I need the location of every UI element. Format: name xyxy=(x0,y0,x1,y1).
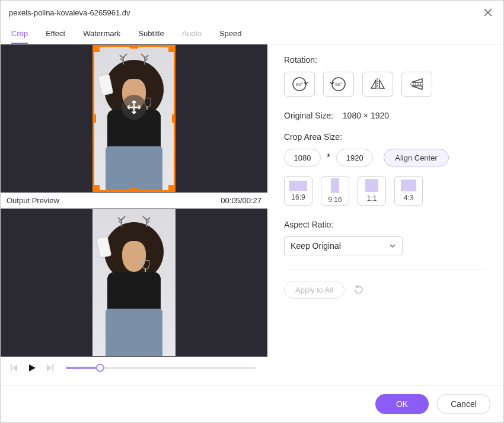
crop-handle-bl[interactable] xyxy=(92,185,100,192)
crop-handle-tr[interactable] xyxy=(168,45,176,52)
time-display: 00:05/00:27 xyxy=(221,196,261,205)
aspect-ratio-value: Keep Original xyxy=(291,241,341,251)
rotate-ccw-button[interactable]: 90° xyxy=(323,72,354,97)
ratio-9-16-button[interactable]: 9:16 xyxy=(321,176,349,206)
crop-height-input[interactable] xyxy=(336,149,373,166)
crop-handle-r[interactable] xyxy=(172,114,176,123)
ratio-9-16-label: 9:16 xyxy=(328,196,342,204)
reset-icon xyxy=(353,284,364,295)
rotation-label: Rotation: xyxy=(284,55,487,65)
flip-vertical-icon xyxy=(407,76,427,92)
rotate-ccw-icon: 90° xyxy=(328,76,349,92)
reset-button[interactable] xyxy=(353,284,365,296)
titlebar: pexels-polina-kovaleva-6265961.dv xyxy=(1,1,503,24)
crop-box[interactable] xyxy=(92,45,176,192)
ratio-4-3-icon xyxy=(401,180,416,191)
move-handle-icon[interactable] xyxy=(122,95,146,120)
ratio-16-9-button[interactable]: 16:9 xyxy=(284,176,312,206)
next-frame-button[interactable] xyxy=(43,361,56,374)
editor-window: pexels-polina-kovaleva-6265961.dv Crop E… xyxy=(0,0,504,423)
crop-handle-b[interactable] xyxy=(130,188,138,192)
flip-horizontal-button[interactable] xyxy=(362,72,393,97)
ratio-row: 16:9 9:16 1:1 4:3 xyxy=(284,176,487,206)
rotation-row: 90° 90° xyxy=(284,72,487,97)
ratio-16-9-label: 16:9 xyxy=(291,193,305,201)
ok-button[interactable]: OK xyxy=(375,394,429,414)
tab-crop[interactable]: Crop xyxy=(11,24,28,44)
prev-frame-button[interactable] xyxy=(8,361,21,374)
playback-bar xyxy=(1,357,267,379)
tab-speed[interactable]: Speed xyxy=(219,24,242,44)
video-still-output xyxy=(92,209,176,356)
play-button[interactable] xyxy=(25,361,39,374)
tab-audio: Audio xyxy=(182,24,202,44)
ratio-1-1-button[interactable]: 1:1 xyxy=(358,176,386,206)
ratio-4-3-label: 4:3 xyxy=(404,194,414,202)
aspect-ratio-label: Aspect Ratio: xyxy=(284,220,487,229)
flip-vertical-button[interactable] xyxy=(401,72,432,97)
info-bar: Output Preview 00:05/00:27 xyxy=(1,193,267,209)
right-panel: Rotation: 90° 90° Original Size: 1080 × … xyxy=(267,44,503,385)
crop-handle-br[interactable] xyxy=(168,185,176,192)
tab-subtitle[interactable]: Subtitle xyxy=(138,24,164,44)
crop-width-input[interactable] xyxy=(284,149,321,166)
ratio-16-9-icon xyxy=(289,181,307,191)
tab-effect[interactable]: Effect xyxy=(46,24,65,44)
tabs: Crop Effect Watermark Subtitle Audio Spe… xyxy=(1,24,503,44)
play-icon xyxy=(27,363,37,373)
close-icon xyxy=(484,8,492,17)
apply-row: Apply to All xyxy=(284,281,487,299)
original-size-value: 1080 × 1920 xyxy=(343,111,389,120)
prev-frame-icon xyxy=(9,363,19,373)
output-preview xyxy=(1,209,267,357)
ratio-4-3-button[interactable]: 4:3 xyxy=(394,176,423,206)
ratio-1-1-label: 1:1 xyxy=(367,194,377,203)
align-center-button[interactable]: Align Center xyxy=(384,149,449,166)
tab-watermark[interactable]: Watermark xyxy=(83,24,120,44)
original-size-label: Original Size: xyxy=(284,111,333,120)
close-button[interactable] xyxy=(481,5,495,20)
ratio-1-1-icon xyxy=(365,179,378,192)
crop-preview[interactable] xyxy=(1,44,267,193)
crop-area-label: Crop Area Size: xyxy=(284,132,487,142)
apply-to-all-button[interactable]: Apply to All xyxy=(284,281,344,299)
crop-handle-l[interactable] xyxy=(92,114,96,123)
output-preview-label: Output Preview xyxy=(7,196,59,205)
aspect-ratio-select[interactable]: Keep Original xyxy=(284,236,403,255)
rotate-cw-button[interactable]: 90° xyxy=(284,72,315,97)
crop-mult: * xyxy=(327,152,330,163)
window-title: pexels-polina-kovaleva-6265961.dv xyxy=(9,8,130,17)
svg-text:90°: 90° xyxy=(335,82,342,87)
rotate-cw-icon: 90° xyxy=(289,76,310,92)
seek-slider[interactable] xyxy=(66,363,256,373)
content: Output Preview 00:05/00:27 xyxy=(1,44,503,385)
crop-handle-tl[interactable] xyxy=(92,45,100,52)
seek-thumb[interactable] xyxy=(96,364,104,372)
ratio-9-16-icon xyxy=(331,178,339,193)
left-panel: Output Preview 00:05/00:27 xyxy=(1,44,267,385)
original-size-row: Original Size: 1080 × 1920 xyxy=(284,111,487,120)
crop-inputs: * Align Center xyxy=(284,149,487,166)
crop-handle-t[interactable] xyxy=(130,45,138,49)
footer: OK Cancel xyxy=(1,385,503,422)
svg-text:90°: 90° xyxy=(296,82,303,87)
cancel-button[interactable]: Cancel xyxy=(437,394,490,414)
chevron-down-icon xyxy=(389,242,396,249)
next-frame-icon xyxy=(45,363,55,373)
divider xyxy=(284,270,487,270)
flip-horizontal-icon xyxy=(368,76,388,92)
